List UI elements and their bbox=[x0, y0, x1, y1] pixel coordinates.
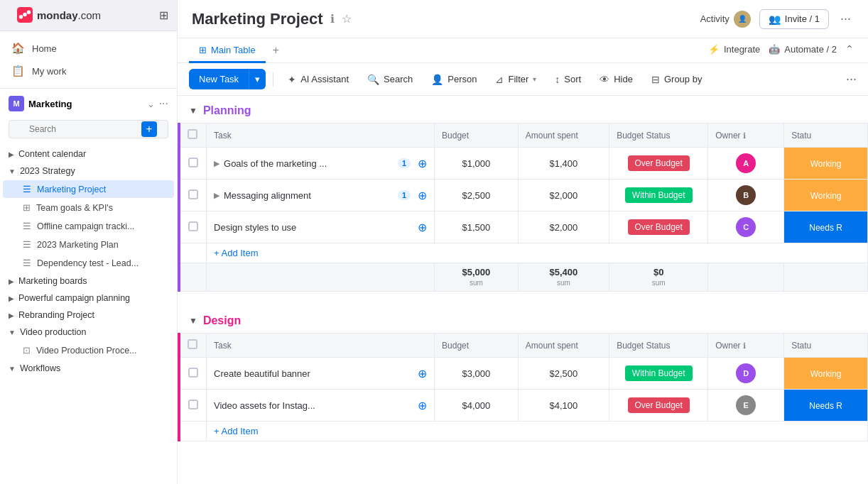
design-row-checkbox-1[interactable] bbox=[188, 368, 198, 378]
tab-main-table[interactable]: ⊞ Main Table bbox=[189, 39, 266, 63]
design-row-spent-2: $4,100 bbox=[518, 390, 609, 422]
design-task-name-1: Create beautiful banner bbox=[214, 368, 411, 379]
sidebar-group-header-powerful-campaign[interactable]: ▶ Powerful campaign planning bbox=[0, 290, 177, 307]
row-status-2: Working bbox=[784, 180, 868, 211]
planning-chevron-icon[interactable]: ▼ bbox=[189, 106, 197, 116]
design-budget-status-badge-1: Within Budget bbox=[625, 365, 693, 381]
group-label-rebranding: Rebranding Project bbox=[18, 310, 168, 320]
sidebar-group-powerful-campaign: ▶ Powerful campaign planning bbox=[0, 290, 177, 307]
sidebar-group-header-rebranding[interactable]: ▶ Rebranding Project bbox=[0, 307, 177, 324]
filter-button[interactable]: ⊿ Filter ▾ bbox=[488, 70, 543, 89]
workspace-chevron-icon[interactable]: ⌄ bbox=[147, 99, 155, 109]
design-row-status-2: Needs R bbox=[784, 390, 868, 422]
integrate-button[interactable]: ⚡ Integrate bbox=[708, 44, 760, 55]
header-checkbox[interactable] bbox=[188, 129, 197, 139]
group-label-video-production: Video production bbox=[20, 327, 168, 337]
design-row-owner-1: D bbox=[708, 358, 784, 390]
design-task-add-icon-1[interactable]: ⊕ bbox=[418, 367, 427, 380]
automate-button[interactable]: 🤖 Automate / 2 bbox=[769, 44, 837, 55]
home-icon: 🏠 bbox=[11, 42, 25, 55]
add-item-label[interactable]: + Add Item bbox=[214, 248, 259, 258]
planning-table: Task Budget Amount spent Budget Status O… bbox=[178, 123, 868, 292]
col-header-budget: Budget bbox=[435, 123, 519, 148]
row-check-2[interactable] bbox=[179, 180, 207, 211]
sidebar-item-video-production-proc[interactable]: ⊡ Video Production Proce... bbox=[3, 341, 174, 359]
grid-icon[interactable]: ⊞ bbox=[159, 9, 168, 22]
new-task-chevron-icon[interactable]: ▾ bbox=[249, 69, 266, 89]
design-row-check-2[interactable] bbox=[179, 390, 207, 422]
hide-button[interactable]: 👁 Hide bbox=[592, 70, 640, 89]
monday-logo-icon bbox=[17, 7, 33, 23]
design-task-name-2: Video assets for Instag... bbox=[214, 400, 411, 411]
design-spent-val-2: $4,100 bbox=[550, 400, 578, 411]
grid-small-icon: ⊞ bbox=[23, 202, 31, 213]
new-task-button[interactable]: New Task ▾ bbox=[189, 69, 266, 89]
row-check-1[interactable] bbox=[179, 148, 207, 180]
design-row-check-1[interactable] bbox=[179, 358, 207, 390]
design-col-header-budget-status: Budget Status bbox=[609, 334, 708, 358]
hide-label: Hide bbox=[614, 74, 633, 84]
task-expand-icon-1[interactable]: ▶ bbox=[214, 159, 219, 168]
sidebar-group-header-marketing-boards[interactable]: ▶ Marketing boards bbox=[0, 273, 177, 290]
sidebar-search-wrap: 🔍 + bbox=[9, 120, 168, 138]
sidebar-group-header-2023-strategy[interactable]: ▼ 2023 Strategy bbox=[0, 163, 177, 180]
header-more-button[interactable]: ··· bbox=[837, 9, 854, 29]
invite-button[interactable]: 👥 Invite / 1 bbox=[759, 9, 829, 29]
sidebar-item-home[interactable]: 🏠 Home bbox=[0, 37, 177, 60]
task-add-icon-3[interactable]: ⊕ bbox=[418, 221, 427, 234]
sort-button[interactable]: ↕ Sort bbox=[548, 70, 588, 89]
row-checkbox-3[interactable] bbox=[188, 221, 198, 231]
design-group-title[interactable]: Design bbox=[203, 314, 241, 327]
add-item-cell[interactable]: + Add Item bbox=[207, 243, 868, 263]
sidebar-item-offline-campaign[interactable]: ☰ Offline campaign tracki... bbox=[3, 217, 174, 235]
group-by-button[interactable]: ⊟ Group by bbox=[644, 70, 709, 89]
tab-add-button[interactable]: + bbox=[268, 38, 283, 62]
sidebar-group-header-video-production[interactable]: ▼ Video production bbox=[0, 324, 177, 341]
task-expand-icon-2[interactable]: ▶ bbox=[214, 191, 219, 200]
star-icon[interactable]: ☆ bbox=[342, 12, 352, 26]
design-row-task-1: Create beautiful banner ⊕ bbox=[207, 358, 435, 390]
design-col-header-budget: Budget bbox=[435, 334, 519, 358]
row-check-3[interactable] bbox=[179, 211, 207, 243]
sidebar-item-2023-marketing-plan[interactable]: ☰ 2023 Marketing Plan bbox=[3, 236, 174, 253]
design-budget-val-1: $3,000 bbox=[462, 368, 491, 379]
design-add-item-cell[interactable]: + Add Item bbox=[207, 422, 868, 441]
toolbar-more-button[interactable]: ··· bbox=[846, 72, 857, 87]
design-add-item-label[interactable]: + Add Item bbox=[214, 426, 259, 436]
design-task-add-icon-2[interactable]: ⊕ bbox=[418, 399, 427, 412]
col-header-spent: Amount spent bbox=[518, 123, 609, 148]
activity-button[interactable]: Activity 👤 bbox=[700, 11, 751, 28]
info-icon[interactable]: ℹ bbox=[330, 12, 335, 26]
search-button[interactable]: 🔍 Search bbox=[360, 70, 420, 89]
sidebar-item-mywork[interactable]: 📋 My work bbox=[0, 60, 177, 82]
sidebar-add-button[interactable]: + bbox=[141, 121, 157, 137]
chevron-right-icon-3: ▶ bbox=[9, 295, 14, 302]
row-checkbox-2[interactable] bbox=[188, 189, 198, 199]
person-button[interactable]: 👤 Person bbox=[424, 70, 484, 89]
design-row-checkbox-2[interactable] bbox=[188, 400, 198, 409]
sidebar-item-dependency-test[interactable]: ☰ Dependency test - Lead... bbox=[3, 254, 174, 272]
activity-avatar: 👤 bbox=[734, 11, 751, 28]
sidebar-item-marketing-project[interactable]: ☰ Marketing Project bbox=[3, 180, 174, 198]
ai-assistant-button[interactable]: ✦ AI Assistant bbox=[281, 70, 356, 89]
row-checkbox-1[interactable] bbox=[188, 158, 198, 167]
sidebar-item-team-goals[interactable]: ⊞ Team goals & KPI's bbox=[3, 199, 174, 216]
sidebar-group-header-workflows[interactable]: ▼ Workflows bbox=[0, 360, 177, 377]
sum-empty-status bbox=[784, 263, 868, 292]
design-header-checkbox[interactable] bbox=[188, 339, 197, 349]
task-add-icon-2[interactable]: ⊕ bbox=[418, 189, 427, 202]
design-chevron-icon[interactable]: ▼ bbox=[189, 316, 197, 326]
design-col-task-label: Task bbox=[214, 341, 232, 351]
collapse-icon[interactable]: ⌃ bbox=[845, 43, 854, 55]
table-area: ▼ Planning Task Budget Amount spent Budg… bbox=[178, 96, 868, 484]
sidebar-search-area: 🔍 + bbox=[0, 116, 177, 143]
design-task-cell-2: Video assets for Instag... ⊕ bbox=[214, 399, 427, 412]
sum-empty-1 bbox=[179, 263, 207, 292]
sidebar-nav: 🏠 Home 📋 My work bbox=[0, 31, 177, 89]
task-add-icon-1[interactable]: ⊕ bbox=[418, 157, 427, 170]
planning-group-title[interactable]: Planning bbox=[203, 104, 251, 117]
sidebar-group-header-content-calendar[interactable]: ▶ Content calendar bbox=[0, 145, 177, 163]
workspace-more-icon[interactable]: ··· bbox=[159, 97, 168, 110]
board-icon-4: ☰ bbox=[23, 258, 31, 268]
row-status-3: Needs R bbox=[784, 211, 868, 243]
